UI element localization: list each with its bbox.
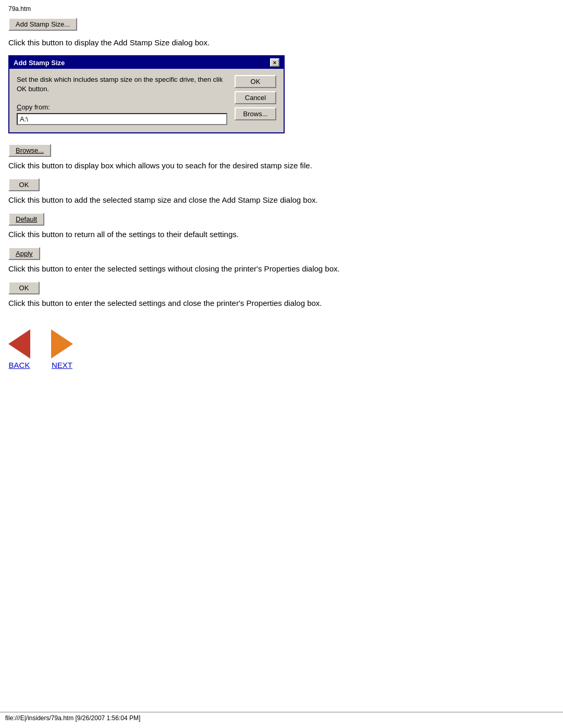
- dialog-right-panel: OK Cancel Brows...: [235, 75, 276, 125]
- ok-button-2-container: OK: [8, 281, 555, 294]
- dialog-cancel-button[interactable]: Cancel: [235, 91, 276, 104]
- apply-description: Click this button to enter the selected …: [8, 263, 555, 274]
- back-label: BACK: [9, 361, 30, 369]
- default-button-container: Default: [8, 213, 555, 226]
- apply-button-container: Apply: [8, 247, 555, 260]
- browse-button-container: Browse...: [8, 144, 555, 157]
- ok-button-1-container: OK: [8, 178, 555, 191]
- dialog-ok-button[interactable]: OK: [235, 75, 276, 88]
- apply-button[interactable]: Apply: [8, 247, 40, 260]
- dialog-body: Set the disk which includes stamp size o…: [9, 69, 284, 132]
- default-button[interactable]: Default: [8, 213, 44, 226]
- file-title: 79a.htm: [8, 5, 555, 13]
- dialog-title: Add Stamp Size: [14, 59, 65, 67]
- copy-from-underline: C: [17, 103, 21, 111]
- dialog-instruction-text: Set the disk which includes stamp size o…: [17, 75, 227, 94]
- default-section: Default Click this button to return all …: [8, 213, 555, 240]
- add-stamp-size-button[interactable]: Add Stamp Size...: [8, 18, 77, 31]
- next-label: NEXT: [52, 361, 72, 369]
- back-nav-link[interactable]: BACK: [8, 329, 30, 369]
- next-arrow-icon: [51, 329, 73, 359]
- add-stamp-size-description: Click this button to display the Add Sta…: [8, 37, 555, 48]
- copy-from-rest: opy from:: [21, 103, 50, 111]
- ok-button-1[interactable]: OK: [8, 178, 40, 191]
- dialog-browse-button[interactable]: Brows...: [235, 107, 276, 120]
- add-stamp-size-dialog: Add Stamp Size × Set the disk which incl…: [8, 55, 285, 133]
- dialog-title-bar: Add Stamp Size ×: [9, 56, 284, 69]
- browse-button[interactable]: Browse...: [8, 144, 51, 157]
- copy-from-label: Copy from:: [17, 103, 227, 111]
- ok-description-2: Click this button to enter the selected …: [8, 298, 555, 309]
- ok-section-2: OK Click this button to enter the select…: [8, 281, 555, 309]
- browse-section: Browse... Click this button to display b…: [8, 144, 555, 171]
- default-description: Click this button to return all of the s…: [8, 229, 555, 240]
- dialog-close-button[interactable]: ×: [270, 58, 279, 67]
- apply-section: Apply Click this button to enter the sel…: [8, 247, 555, 274]
- navigation-area: BACK NEXT: [8, 329, 555, 369]
- status-bar: file:///E|/insiders/79a.htm [9/26/2007 1…: [0, 712, 563, 724]
- dialog-left-panel: Set the disk which includes stamp size o…: [17, 75, 227, 125]
- add-stamp-size-section: Add Stamp Size...: [8, 18, 555, 31]
- browse-description: Click this button to display box which a…: [8, 160, 555, 171]
- ok-section-1: OK Click this button to add the selected…: [8, 178, 555, 205]
- back-arrow-icon: [8, 329, 30, 359]
- next-nav-link[interactable]: NEXT: [51, 329, 73, 369]
- ok-description-1: Click this button to add the selected st…: [8, 194, 555, 205]
- copy-from-input[interactable]: [17, 113, 227, 125]
- ok-button-2[interactable]: OK: [8, 281, 40, 294]
